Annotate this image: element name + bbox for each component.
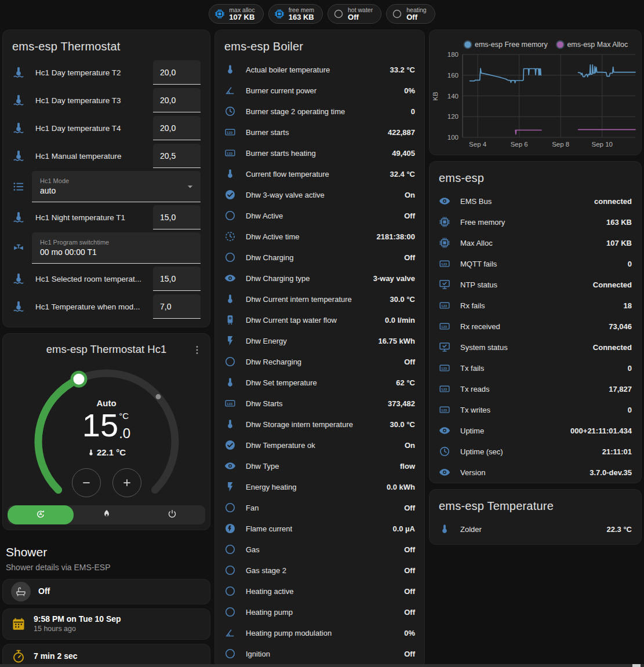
setting-row: Hc1 Program switchtime00 mo 00:00 T1 <box>3 232 210 264</box>
number-input[interactable]: 20,0 <box>153 88 201 112</box>
entity-row[interactable]: 123Tx reads17,827 <box>430 378 641 399</box>
badge-heating[interactable]: heatingOff <box>386 4 435 24</box>
entity-row[interactable]: Burner stage 2 operating time0 <box>215 101 424 122</box>
entity-row[interactable]: Version3.7.0-dev.35 <box>430 462 641 483</box>
entity-row[interactable]: Flame current0.0 µA <box>215 518 424 539</box>
entity-row[interactable]: Heating activeOff <box>215 581 424 602</box>
number-input[interactable]: 15,0 <box>153 267 201 291</box>
svg-text:A: A <box>39 512 42 516</box>
legend-item[interactable]: ems-esp Max Alloc <box>556 41 628 49</box>
entity-row[interactable]: Free memory163 KB <box>430 212 641 232</box>
entity-value: flow <box>400 462 415 471</box>
shower-item-card[interactable]: 9:58 PM on Tue 10 Sep15 hours ago <box>2 608 210 640</box>
circle-outline-icon <box>224 252 242 263</box>
badge-value: 107 KB <box>229 13 254 22</box>
entity-row[interactable]: 123Tx writes0 <box>430 399 641 420</box>
pipe-valve-icon <box>12 242 32 254</box>
dial-handle[interactable] <box>72 372 86 386</box>
shower-section: Shower Shower details via EMS-ESP Off9:5… <box>2 530 210 667</box>
flame-icon <box>101 509 112 522</box>
entity-row[interactable]: Dhw Current tap water flow0.0 l/min <box>215 309 424 330</box>
entity-row[interactable]: Energy heating0.0 kWh <box>215 476 424 497</box>
badge-label: max alloc <box>229 6 254 13</box>
entity-label: Gas <box>242 545 404 554</box>
number-input[interactable]: 15,0 <box>153 205 201 229</box>
decrease-temperature-button[interactable] <box>72 468 101 497</box>
entity-row[interactable]: Gas stage 2Off <box>215 560 424 581</box>
entity-row[interactable]: GasOff <box>215 539 424 560</box>
badge-max-alloc[interactable]: max alloc107 KB <box>209 4 263 24</box>
badge-hot-water[interactable]: hot waterOff <box>328 4 381 24</box>
entity-row[interactable]: 123Tx fails0 <box>430 358 641 378</box>
entity-label: Gas stage 2 <box>242 566 404 575</box>
entity-row[interactable]: Dhw Storage intern temperature30.0 °C <box>215 414 424 435</box>
entity-row[interactable]: IgnitionOff <box>215 643 424 664</box>
entity-row[interactable]: Dhw Typeflow <box>215 455 424 476</box>
shower-item-card[interactable]: 7 min 2 sec <box>2 644 210 667</box>
entity-row[interactable]: Dhw Energy16.75 kWh <box>215 330 424 351</box>
svg-text:123: 123 <box>441 304 447 308</box>
circle-outline-icon <box>224 585 242 597</box>
entity-row[interactable]: Max Alloc107 KB <box>430 232 641 253</box>
increase-temperature-button[interactable] <box>112 468 141 497</box>
number-input[interactable]: 20,0 <box>153 116 201 140</box>
entity-label: Version <box>456 468 590 477</box>
entity-row[interactable]: 123MQTT fails0 <box>430 253 641 274</box>
entity-row[interactable]: Uptime (sec)21:11:01 <box>430 441 641 462</box>
entity-row[interactable]: 123Burner starts422,887 <box>215 122 424 143</box>
entity-row[interactable]: Heating pump modulation0% <box>215 622 424 643</box>
entity-row[interactable]: Dhw ChargingOff <box>215 247 424 268</box>
entity-label: Heating active <box>242 587 404 596</box>
setting-label: Hc1 Night temperature T1 <box>32 213 153 222</box>
shower-item-value: 9:58 PM on Tue 10 Sep <box>34 614 121 625</box>
entity-row[interactable]: 123Rx received73,046 <box>430 316 641 337</box>
entity-row[interactable]: Uptime000+21:11:01.434 <box>430 420 641 441</box>
mode-select[interactable]: Hc1 Modeauto <box>32 171 201 202</box>
entity-row[interactable]: FanOff <box>215 497 424 518</box>
thermometer-water-icon <box>12 66 32 79</box>
dots-vertical-icon[interactable] <box>189 342 205 360</box>
entity-row[interactable]: Dhw RechargingOff <box>215 351 424 372</box>
setting-label: Hc1 Day temperature T3 <box>32 96 153 105</box>
entity-row[interactable]: Heating pumpOff <box>215 602 424 622</box>
number-input[interactable]: 20,5 <box>153 144 201 168</box>
eye-icon <box>224 272 242 284</box>
entity-row[interactable]: NTP statusConnected <box>430 274 641 295</box>
svg-text:123: 123 <box>441 387 447 391</box>
horizontal-scrollbar[interactable] <box>0 664 644 667</box>
svg-text:Sep 6: Sep 6 <box>511 141 528 148</box>
entity-row[interactable]: Dhw Active time2181:38:00 <box>215 226 424 247</box>
badge-free-mem[interactable]: free mem163 KB <box>268 4 323 24</box>
entity-row[interactable]: Dhw ActiveOff <box>215 205 424 226</box>
shower-item-card[interactable]: Off <box>2 579 210 604</box>
entity-value: Off <box>404 650 415 658</box>
hvac-mode-flame[interactable] <box>74 505 140 524</box>
entity-value: 3.7.0-dev.35 <box>590 468 632 477</box>
entity-row[interactable]: 123Burner starts heating49,405 <box>215 143 424 163</box>
text-input[interactable]: Hc1 Program switchtime00 mo 00:00 T1 <box>32 232 201 264</box>
flash-circle-icon <box>224 523 242 534</box>
entity-row[interactable]: Dhw Charging type3-way valve <box>215 268 424 289</box>
entity-row[interactable]: Dhw Set temperature62 °C <box>215 372 424 393</box>
entity-row[interactable]: Zolder22.3 °C <box>430 519 641 540</box>
legend-item[interactable]: ems-esp Free memory <box>464 41 548 49</box>
entity-row[interactable]: 123Dhw Starts373,482 <box>215 393 424 414</box>
number-input[interactable]: 20,0 <box>153 60 201 85</box>
entity-row[interactable]: Burner current power0% <box>215 80 424 101</box>
number-input[interactable]: 7,0 <box>153 294 201 319</box>
entity-row[interactable]: Dhw Current intern temperature30.0 °C <box>215 289 424 309</box>
entity-row[interactable]: System statusConnected <box>430 337 641 358</box>
entity-row[interactable]: Current flow temperature32.4 °C <box>215 163 424 184</box>
entity-row[interactable]: Dhw 3-way valve activeOn <box>215 184 424 205</box>
entity-row[interactable]: Actual boiler temperature33.2 °C <box>215 59 424 80</box>
caret-down-icon[interactable] <box>184 181 196 192</box>
entity-row[interactable]: 123Rx fails18 <box>430 295 641 316</box>
hvac-mode-power[interactable] <box>139 505 205 524</box>
entity-value: connected <box>594 197 632 206</box>
entity-value: 0% <box>404 86 415 95</box>
circle-outline-icon <box>224 606 242 618</box>
svg-text:100: 100 <box>447 134 459 141</box>
entity-row[interactable]: Dhw Temperature okOn <box>215 435 424 455</box>
hvac-mode-auto-mode[interactable]: A <box>8 505 74 524</box>
entity-row[interactable]: EMS Busconnected <box>430 191 641 212</box>
